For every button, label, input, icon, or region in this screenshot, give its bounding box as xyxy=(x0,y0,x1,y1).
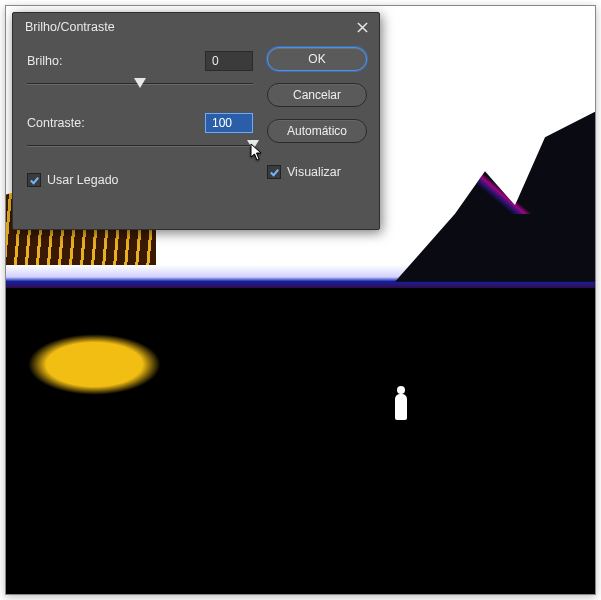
ok-button[interactable]: OK xyxy=(267,47,367,71)
checkbox-icon xyxy=(267,165,281,179)
contrast-input[interactable]: 100 xyxy=(205,113,253,133)
preview-label: Visualizar xyxy=(287,165,341,179)
contrast-slider[interactable] xyxy=(27,137,253,155)
brightness-contrast-dialog: Brilho/Contraste Brilho: 0 Contraste: xyxy=(12,12,380,230)
canvas-frame: Brilho/Contraste Brilho: 0 Contraste: xyxy=(5,5,596,595)
figure-silhouette xyxy=(395,394,407,420)
use-legacy-label: Usar Legado xyxy=(47,173,119,187)
brightness-input[interactable]: 0 xyxy=(205,51,253,71)
brightness-slider[interactable] xyxy=(27,75,253,93)
preview-checkbox[interactable]: Visualizar xyxy=(267,165,367,179)
cancel-button[interactable]: Cancelar xyxy=(267,83,367,107)
dialog-titlebar[interactable]: Brilho/Contraste xyxy=(13,13,379,41)
dialog-title: Brilho/Contraste xyxy=(25,20,115,34)
auto-button[interactable]: Automático xyxy=(267,119,367,143)
brightness-label: Brilho: xyxy=(27,54,205,68)
checkbox-icon xyxy=(27,173,41,187)
use-legacy-checkbox[interactable]: Usar Legado xyxy=(27,173,253,187)
contrast-label: Contraste: xyxy=(27,116,205,130)
close-icon[interactable] xyxy=(353,18,371,36)
